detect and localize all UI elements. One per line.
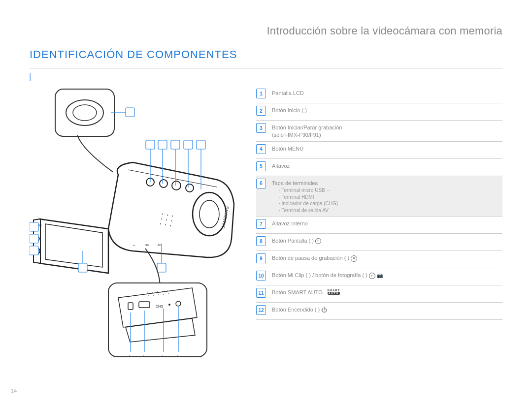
legend-number: 12 bbox=[256, 305, 266, 315]
legend-number: 3 bbox=[256, 123, 266, 133]
legend-number: 10 bbox=[256, 271, 266, 281]
svg-text:AV: AV bbox=[158, 244, 161, 247]
svg-point-13 bbox=[167, 215, 168, 216]
legend-text: Altavoz interno bbox=[272, 219, 502, 227]
svg-rect-39 bbox=[30, 222, 38, 231]
page-pretitle: Introducción sobre la videocámara con me… bbox=[30, 25, 502, 37]
svg-point-50 bbox=[152, 292, 153, 293]
page-number: 14 bbox=[11, 388, 17, 394]
svg-rect-60 bbox=[139, 302, 150, 308]
svg-rect-4 bbox=[126, 108, 134, 117]
pause-icon: II bbox=[351, 255, 357, 262]
legend-number: 6 bbox=[256, 179, 266, 188]
legend-row: 6 Tapa de terminales · Terminal micro US… bbox=[256, 176, 502, 216]
svg-point-6 bbox=[200, 200, 219, 228]
svg-point-17 bbox=[171, 220, 172, 221]
legend-number: 4 bbox=[256, 144, 266, 154]
power-icon: ⏻ bbox=[321, 306, 327, 314]
svg-point-11 bbox=[186, 184, 194, 192]
svg-point-53 bbox=[167, 290, 168, 291]
legend-number: 2 bbox=[256, 106, 266, 116]
legend-text: Botón de pausa de grabación ( ) II bbox=[272, 253, 502, 262]
divider bbox=[30, 68, 502, 68]
svg-point-12 bbox=[162, 214, 163, 215]
svg-rect-45 bbox=[78, 263, 87, 272]
legend-text: Botón Iniciar/Parar grabación(sólo HMX-F… bbox=[272, 123, 502, 139]
section-title: IDENTIFICACIÓN DE COMPONENTES bbox=[30, 48, 502, 61]
svg-rect-59 bbox=[128, 303, 133, 310]
svg-point-51 bbox=[157, 291, 158, 292]
legend-text: Botón SMART AUTO SMARTAUTO bbox=[272, 288, 502, 296]
svg-rect-35 bbox=[171, 140, 180, 149]
legend-text: Tapa de terminales · Terminal micro USB … bbox=[272, 179, 502, 214]
legend-text: Pantalla LCD bbox=[272, 89, 502, 97]
svg-point-9 bbox=[160, 180, 167, 187]
legend-text: Altavoz bbox=[272, 161, 502, 170]
legend-text: Botón Pantalla ( ) □ bbox=[272, 236, 502, 245]
svg-point-18 bbox=[160, 223, 161, 224]
legend-row: 8Botón Pantalla ( ) □ bbox=[256, 234, 502, 251]
svg-rect-41 bbox=[30, 234, 38, 243]
svg-rect-47 bbox=[157, 263, 166, 272]
svg-text:SD: SD bbox=[145, 244, 149, 247]
display-icon: □ bbox=[315, 238, 321, 244]
usb-icon: ⎓ bbox=[327, 187, 330, 194]
legend-row: 2Botón Inicio ( ) bbox=[256, 103, 502, 121]
legend-row: 10Botón Mi Clip ( ) / botón de fotografí… bbox=[256, 268, 502, 285]
svg-rect-36 bbox=[184, 140, 193, 149]
camera-icon: 📷 bbox=[377, 272, 383, 279]
svg-point-54 bbox=[148, 295, 149, 296]
legend-number: 9 bbox=[256, 253, 266, 263]
legend-row: 7Altavoz interno bbox=[256, 216, 502, 234]
legend-row: 5Altavoz bbox=[256, 159, 502, 176]
svg-text:CHG: CHG bbox=[156, 305, 164, 308]
legend-number: 7 bbox=[256, 219, 266, 229]
legend-row: 1Pantalla LCD bbox=[256, 86, 502, 103]
svg-point-58 bbox=[168, 293, 169, 294]
legend-text: Botón MENÚ bbox=[272, 144, 502, 153]
svg-point-14 bbox=[172, 216, 173, 217]
legend-row: 9Botón de pausa de grabación ( ) II bbox=[256, 251, 502, 268]
svg-point-15 bbox=[161, 219, 162, 219]
svg-text:˅: ˅ bbox=[129, 354, 131, 359]
svg-rect-33 bbox=[146, 140, 155, 149]
svg-point-10 bbox=[172, 181, 181, 190]
svg-text:˅: ˅ bbox=[162, 354, 164, 359]
legend-number: 5 bbox=[256, 161, 266, 171]
legend-table: 1Pantalla LCD 2Botón Inicio ( ) 3Botón I… bbox=[256, 86, 502, 362]
camcorder-illustration: SAMSUNG bbox=[30, 86, 246, 362]
legend-number: 11 bbox=[256, 288, 266, 298]
svg-rect-43 bbox=[30, 246, 38, 255]
svg-text:⇐: ⇐ bbox=[133, 244, 135, 247]
legend-text: Botón Encendido ( ) ⏻ bbox=[272, 305, 502, 314]
svg-point-52 bbox=[162, 291, 163, 292]
legend-row: 3Botón Iniciar/Parar grabación(sólo HMX-… bbox=[256, 121, 502, 142]
legend-text: Botón Inicio ( ) bbox=[272, 106, 502, 114]
clip-icon: ✦ bbox=[369, 273, 375, 279]
svg-point-57 bbox=[163, 294, 164, 295]
subsection-marker bbox=[30, 73, 502, 81]
svg-text:˅: ˅ bbox=[142, 354, 144, 359]
legend-number: 1 bbox=[256, 89, 266, 98]
svg-rect-34 bbox=[158, 140, 167, 149]
svg-point-63 bbox=[176, 301, 181, 306]
legend-text: Botón Mi Clip ( ) / botón de fotografía … bbox=[272, 271, 502, 279]
svg-rect-37 bbox=[197, 140, 205, 149]
svg-point-2 bbox=[73, 105, 97, 121]
smart-auto-icon: SMARTAUTO bbox=[327, 289, 340, 295]
legend-row: 4Botón MENÚ bbox=[256, 142, 502, 159]
svg-point-62 bbox=[168, 304, 170, 306]
svg-point-19 bbox=[165, 224, 166, 225]
legend-row: 12Botón Encendido ( ) ⏻ bbox=[256, 303, 502, 320]
svg-point-56 bbox=[158, 294, 159, 295]
svg-point-49 bbox=[147, 292, 148, 293]
svg-point-55 bbox=[153, 295, 154, 296]
svg-text:˅: ˅ bbox=[176, 354, 178, 359]
svg-point-20 bbox=[170, 225, 171, 226]
svg-point-16 bbox=[166, 219, 167, 220]
legend-number: 8 bbox=[256, 236, 266, 246]
legend-row: 11Botón SMART AUTO SMARTAUTO bbox=[256, 285, 502, 303]
